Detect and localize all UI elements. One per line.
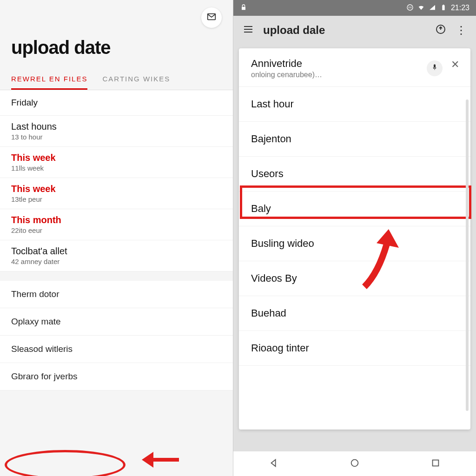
nav-bar: [233, 451, 476, 476]
wifi-icon: [417, 4, 425, 13]
filter-item[interactable]: This month 22ito eeur: [0, 209, 233, 240]
filter-list: Fridaly Last houns 13 to hour This week …: [0, 90, 233, 271]
right-pane: 21:23 upload dale ⋮ Annivetride onloing …: [233, 0, 476, 476]
app-bar: upload dale ⋮: [233, 16, 476, 45]
signal-icon: [429, 4, 436, 13]
close-icon: ✕: [451, 59, 459, 70]
nav-recent-button[interactable]: [430, 458, 441, 470]
sublist-item[interactable]: Therm dotor: [0, 281, 233, 308]
card-header-title: Annivetride: [251, 58, 420, 70]
page-title: upload date: [0, 0, 233, 71]
lock-icon: [240, 4, 247, 13]
tabs: REWREL EN FILES CARTING WIKES: [0, 71, 233, 90]
filter-sub: 13 to hour: [11, 133, 222, 141]
sublist: Therm dotor Oplaxy mate Sleasod witleris…: [0, 281, 233, 390]
filter-label: This week: [11, 184, 222, 194]
list-item[interactable]: Useors: [239, 157, 470, 192]
filter-label: This month: [11, 215, 222, 225]
card-header: Annivetride onloing cenarubee)… ✕: [239, 48, 470, 87]
card-header-sub: onloing cenarubee)…: [251, 71, 420, 79]
filter-sub: 13tle peur: [11, 195, 222, 203]
battery-icon: [440, 4, 447, 13]
svg-rect-1: [242, 7, 245, 10]
svg-rect-4: [443, 5, 444, 5]
cast-icon[interactable]: [435, 24, 446, 37]
hamburger-menu-icon[interactable]: [243, 24, 254, 37]
envelope-button[interactable]: [201, 7, 222, 28]
list-item[interactable]: Busling wideo: [239, 226, 470, 261]
list-item[interactable]: Bajenton: [239, 122, 470, 157]
nfc-icon: [406, 4, 414, 13]
filter-item[interactable]: This week 11lls week: [0, 147, 233, 178]
status-bar: 21:23: [233, 0, 476, 16]
tab-rewrel-en-files[interactable]: REWREL EN FILES: [11, 71, 87, 90]
annotation-arrow-icon: [139, 448, 181, 471]
nav-home-button[interactable]: [350, 458, 360, 470]
status-time: 21:23: [451, 4, 469, 12]
filter-label: Fridaly: [11, 98, 222, 108]
filter-item[interactable]: This week 13tle peur: [0, 178, 233, 209]
filter-item[interactable]: Last houns 13 to hour: [0, 116, 233, 147]
list-item[interactable]: Baly: [239, 192, 470, 226]
sublist-item[interactable]: Oplaxy mate: [0, 308, 233, 336]
sublist-item[interactable]: Gbraro for jverbs: [0, 363, 233, 390]
nav-back-button[interactable]: [269, 458, 279, 470]
tab-carting-wikes[interactable]: CARTING WIKES: [102, 71, 170, 90]
envelope-icon: [206, 12, 217, 24]
svg-point-2: [407, 5, 413, 10]
mic-icon: [431, 64, 438, 73]
filter-sub: 42 amney dater: [11, 258, 222, 265]
voice-button[interactable]: [427, 60, 443, 76]
list-item[interactable]: Last hour: [239, 87, 470, 122]
filter-sub: 22ito eeur: [11, 226, 222, 234]
list-item[interactable]: Buehad: [239, 296, 470, 331]
more-icon[interactable]: ⋮: [456, 25, 467, 36]
filter-label: Toclbat'a allet: [11, 246, 222, 257]
svg-rect-11: [433, 460, 439, 466]
filter-item[interactable]: Fridaly: [0, 90, 233, 116]
list-item[interactable]: Rioaog tinter: [239, 331, 470, 366]
sublist-item[interactable]: Sleasod witleris: [0, 336, 233, 363]
filter-label: This week: [11, 152, 222, 163]
svg-point-10: [351, 459, 358, 466]
filter-item[interactable]: Toclbat'a allet 42 amney dater: [0, 240, 233, 271]
left-pane: upload date REWREL EN FILES CARTING WIKE…: [0, 0, 233, 476]
highlight-ellipse: [5, 450, 126, 476]
appbar-title: upload dale: [263, 24, 426, 37]
filter-label: Last houns: [11, 121, 222, 132]
card-list: Last hour Bajenton Useors Baly Busling w…: [239, 87, 470, 366]
scrollbar[interactable]: [466, 99, 469, 411]
list-item[interactable]: Videos By: [239, 261, 470, 296]
close-button[interactable]: ✕: [449, 58, 461, 72]
svg-rect-9: [434, 65, 436, 67]
svg-rect-3: [442, 5, 444, 10]
upload-dale-card: Annivetride onloing cenarubee)… ✕ Last h…: [239, 48, 470, 430]
filter-sub: 11lls week: [11, 164, 222, 172]
